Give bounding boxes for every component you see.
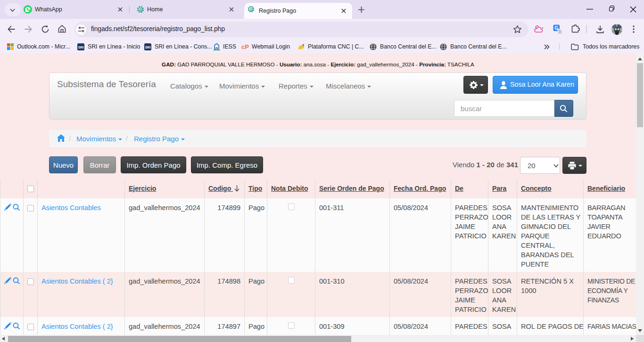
svg-text:SRI: SRI [145,46,151,49]
svg-text:SRI: SRI [78,46,84,49]
svg-text:文: 文 [558,29,562,34]
svg-text:cP: cP [241,43,249,50]
